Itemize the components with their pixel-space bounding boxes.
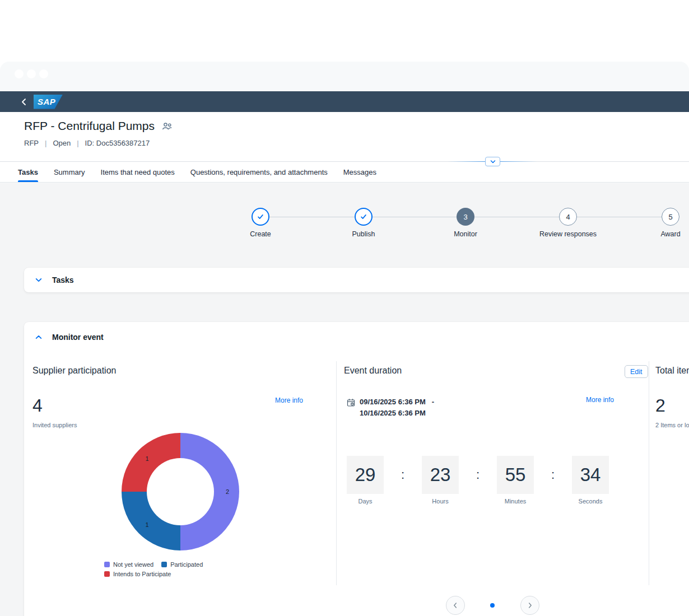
step-monitor: 3 Monitor [426, 208, 505, 238]
supplier-participation-donut[interactable]: 211 [122, 433, 239, 550]
countdown-hours-unit: Hours [422, 498, 459, 505]
app-page: SAP RFP - Centrifugal Pumps RFP | Open |… [0, 0, 689, 616]
donut-slice-label: 1 [146, 521, 149, 528]
chevron-up-icon [35, 333, 43, 341]
event-date-range: 09/16/2025 6:36 PM - 10/16/2025 6:36 PM [347, 396, 434, 419]
tasks-section-card: Tasks [24, 268, 689, 292]
countdown-colon: : [459, 456, 497, 494]
tasks-section-header[interactable]: Tasks [35, 276, 74, 284]
countdown-colon: : [384, 456, 422, 494]
chevron-right-icon [526, 601, 534, 609]
meta-separator: | [77, 139, 78, 147]
tab-bar: Tasks Summary Items that need quotes Que… [0, 162, 689, 183]
step-publish: Publish [324, 208, 403, 238]
countdown-days-value: 29 [347, 456, 384, 494]
window-control-dots [15, 69, 48, 78]
event-duration-title: Event duration [344, 366, 402, 376]
page-title: RFP - Centrifugal Pumps [24, 119, 155, 133]
step-label: Award [631, 230, 689, 238]
event-start-line: 09/16/2025 6:36 PM - [360, 396, 434, 408]
carousel-next-button[interactable] [520, 596, 539, 615]
total-items-title: Total items [655, 366, 689, 376]
step-monitor-circle: 3 [457, 208, 474, 226]
step-create-circle [252, 208, 269, 226]
sap-logo-text: SAP [34, 97, 55, 106]
shell-bar: SAP [0, 91, 689, 112]
legend-swatch [104, 562, 110, 567]
collapse-header-button[interactable] [485, 157, 500, 166]
donut-slice-label: 1 [146, 455, 149, 462]
invited-suppliers-caption: Invited suppliers [32, 422, 77, 428]
event-end: 10/16/2025 6:36 PM [360, 408, 434, 419]
tab-messages[interactable]: Messages [343, 162, 376, 182]
donut-slice-label: 2 [226, 488, 229, 495]
chevron-left-icon [21, 98, 27, 106]
countdown-hours: 23 Hours [422, 456, 459, 505]
chevron-left-icon [451, 601, 459, 609]
monitor-event-card: Monitor event Supplier participation Mor… [24, 322, 689, 616]
check-icon [360, 213, 367, 221]
monitor-section-header[interactable]: Monitor event [35, 333, 104, 342]
duration-more-info-link[interactable]: More info [586, 396, 614, 404]
supplier-more-info-link[interactable]: More info [275, 396, 303, 404]
legend-swatch [104, 571, 110, 577]
tab-tasks[interactable]: Tasks [18, 162, 38, 182]
step-label: Review responses [529, 230, 607, 238]
total-items-caption: 2 Items or lots [655, 422, 689, 428]
chevron-down-icon [35, 276, 43, 284]
object-meta: RFP | Open | ID: Doc5356387217 [0, 133, 689, 147]
check-icon [257, 213, 264, 221]
legend-label: Not yet viewed [113, 561, 153, 568]
invited-suppliers-value: 4 [32, 395, 43, 416]
window-dot [15, 69, 24, 78]
calendar-icon [347, 398, 355, 407]
edit-duration-button[interactable]: Edit [625, 365, 648, 378]
legend-swatch [161, 562, 167, 567]
countdown-seconds: 34 Seconds [572, 456, 609, 505]
legend-item-not-yet-viewed[interactable]: Not yet viewed [104, 561, 153, 568]
meta-separator: | [45, 139, 46, 147]
tab-summary[interactable]: Summary [54, 162, 85, 182]
legend-label: Intends to Participate [113, 571, 171, 577]
event-start: 09/16/2025 6:36 PM [360, 398, 426, 406]
countdown-hours-value: 23 [422, 456, 459, 494]
meta-type: RFP [24, 139, 39, 147]
sap-logo: SAP [34, 95, 63, 109]
countdown-minutes: 55 Minutes [497, 456, 534, 505]
donut-labels: 211 [122, 433, 239, 550]
step-award-circle: 5 [662, 208, 679, 226]
countdown-colon: : [534, 456, 572, 494]
tab-questions-requirements-attachments[interactable]: Questions, requirements, and attachments [190, 162, 328, 182]
countdown-timer: 29 Days : 23 Hours : 55 Minutes : 34 Sec… [347, 456, 609, 505]
tab-items-that-need-quotes[interactable]: Items that need quotes [101, 162, 175, 182]
carousel-prev-button[interactable] [446, 596, 465, 615]
countdown-seconds-value: 34 [572, 456, 609, 494]
countdown-days: 29 Days [347, 456, 384, 505]
team-icon[interactable] [162, 122, 173, 130]
step-review-responses-circle: 4 [559, 208, 577, 226]
countdown-seconds-unit: Seconds [572, 498, 609, 505]
tasks-section-title: Tasks [52, 276, 74, 284]
donut-legend: Not yet viewed Participated Intends to P… [104, 561, 203, 577]
range-separator: - [432, 398, 434, 406]
step-publish-circle [355, 208, 373, 226]
meta-doc-id: ID: Doc5356387217 [85, 139, 150, 147]
meta-status: Open [53, 139, 71, 147]
process-stepper: Create Publish 3 Monitor 4 Review respon… [0, 208, 689, 244]
legend-item-intends-to-participate[interactable]: Intends to Participate [104, 571, 171, 577]
tile-divider [649, 361, 649, 585]
countdown-days-unit: Days [347, 498, 384, 505]
total-items-value: 2 [655, 395, 665, 416]
legend-label: Participated [170, 561, 203, 568]
tile-divider [336, 361, 337, 585]
legend-item-participated[interactable]: Participated [161, 561, 203, 568]
chevron-down-icon [490, 160, 496, 164]
object-header: RFP - Centrifugal Pumps RFP | Open | ID:… [0, 112, 689, 162]
back-button[interactable] [16, 91, 32, 112]
countdown-minutes-unit: Minutes [497, 498, 534, 505]
carousel-page-dot[interactable] [490, 603, 495, 608]
countdown-minutes-value: 55 [497, 456, 534, 494]
step-label: Create [221, 230, 300, 238]
window-dot [27, 69, 36, 78]
step-award: 5 Award [631, 208, 689, 238]
